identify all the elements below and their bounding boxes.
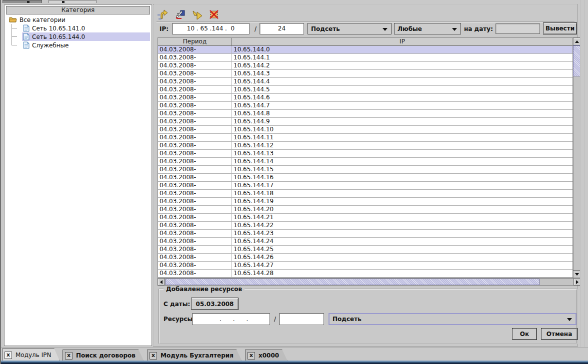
table-row[interactable]: 04.03.2008- 10.65.144.24 [158, 238, 572, 246]
cancel-button[interactable]: Отмена [541, 328, 578, 340]
chevron-down-icon [382, 28, 388, 31]
resource-mask-input[interactable] [279, 313, 324, 325]
cell-ip: 10.65.144.5 [232, 86, 572, 93]
scroll-up-button[interactable] [573, 37, 580, 45]
subnet-type-value: Подсеть [311, 25, 340, 32]
table-row[interactable]: 04.03.2008- 10.65.144.3 [158, 70, 572, 78]
arrow-down-icon [575, 273, 579, 276]
any-filter-select[interactable]: Любые [394, 23, 461, 34]
table-row[interactable]: 04.03.2008- 10.65.144.10 [158, 126, 572, 134]
cell-period: 04.03.2008- [158, 54, 232, 61]
cell-period: 04.03.2008- [158, 174, 232, 181]
table-row[interactable]: 04.03.2008- 10.65.144.9 [158, 118, 572, 126]
chevron-down-icon [452, 28, 457, 31]
module-tab-label: Поиск договоров [76, 352, 136, 359]
show-button[interactable]: Вывести [543, 22, 577, 34]
table-row[interactable]: 04.03.2008- 10.65.144.18 [158, 190, 572, 198]
table-row[interactable]: 04.03.2008- 10.65.144.19 [158, 198, 572, 206]
resource-type-select[interactable]: Подсеть [328, 313, 576, 325]
cell-period: 04.03.2008- [158, 222, 232, 229]
vertical-scrollbar-thumb[interactable] [573, 45, 580, 76]
tree-item[interactable]: Сеть 10.65.141.0 [6, 24, 150, 32]
resources-panel: IP: 10 . 65 .144 . 0 / 24 Подсеть Любые … [153, 4, 578, 347]
close-icon[interactable]: x [150, 352, 157, 360]
column-header-period[interactable]: Период [158, 38, 232, 45]
cell-period: 04.03.2008- [158, 86, 232, 93]
table-row[interactable]: 04.03.2008- 10.65.144.26 [158, 254, 572, 262]
scroll-down-button[interactable] [573, 270, 580, 278]
on-date-input[interactable] [496, 23, 540, 34]
column-header-ip[interactable]: IP [232, 38, 572, 45]
table-row[interactable]: 04.03.2008- 10.65.144.28 [158, 270, 572, 278]
close-icon[interactable]: x [248, 352, 255, 360]
table-row[interactable]: 04.03.2008- 10.65.144.14 [158, 158, 572, 166]
ok-button[interactable]: Ок [512, 328, 537, 340]
cell-ip: 10.65.144.3 [232, 70, 572, 77]
cell-ip: 10.65.144.12 [232, 142, 572, 149]
table-row[interactable]: 04.03.2008- 10.65.144.23 [158, 230, 572, 238]
cell-ip: 10.65.144.28 [232, 270, 572, 277]
table-row[interactable]: 04.03.2008- 10.65.144.1 [158, 54, 572, 62]
table-row[interactable]: 04.03.2008- 10.65.144.5 [158, 86, 572, 94]
module-tab[interactable]: x x0000 [245, 350, 288, 361]
table-row[interactable]: 04.03.2008- 10.65.144.0 [158, 46, 572, 54]
table-row[interactable]: 04.03.2008- 10.65.144.7 [158, 102, 572, 110]
module-tab[interactable]: x Модуль IPN [2, 349, 60, 361]
table-row[interactable]: 04.03.2008- 10.65.144.17 [158, 182, 572, 190]
mask-input[interactable]: 24 [260, 23, 304, 34]
tree-item[interactable]: Сеть 10.65.144.0 [6, 32, 150, 41]
table-row[interactable]: 04.03.2008- 10.65.144.8 [158, 110, 572, 118]
scroll-right-button[interactable] [574, 278, 580, 286]
table-row[interactable]: 04.03.2008- 10.65.144.4 [158, 78, 572, 86]
horizontal-scrollbar[interactable] [158, 278, 580, 286]
top-tab-stub-1[interactable] [2, 0, 42, 3]
table-row[interactable]: 04.03.2008- 10.65.144.27 [158, 262, 572, 270]
curved-arrow-up-icon[interactable] [156, 8, 170, 21]
table-row[interactable]: 04.03.2008- 10.65.144.20 [158, 206, 572, 214]
close-icon[interactable]: x [4, 352, 12, 359]
table-row[interactable]: 04.03.2008- 10.65.144.15 [158, 166, 572, 174]
table-row[interactable]: 04.03.2008- 10.65.144.22 [158, 222, 572, 230]
top-tab-stub-2[interactable] [48, 0, 96, 3]
tree-item-label: Все категории [20, 16, 66, 23]
cell-ip: 10.65.144.2 [232, 62, 572, 69]
tree-item[interactable]: Все категории [6, 15, 150, 24]
table-row[interactable]: 04.03.2008- 10.65.144.21 [158, 214, 572, 222]
resource-ip-input[interactable]: . . . [192, 313, 270, 325]
from-date-button[interactable]: 05.03.2008 [191, 298, 238, 310]
table-row[interactable]: 04.03.2008- 10.65.144.6 [158, 94, 572, 102]
cell-ip: 10.65.144.0 [232, 46, 572, 53]
cell-ip: 10.65.144.8 [232, 110, 572, 117]
module-tab[interactable]: x Поиск договоров [62, 350, 144, 361]
folder-icon [9, 16, 17, 23]
subnet-type-select[interactable]: Подсеть [308, 23, 392, 34]
table-row[interactable]: 04.03.2008- 10.65.144.2 [158, 62, 572, 70]
cell-ip: 10.65.144.14 [232, 158, 572, 165]
table-row[interactable]: 04.03.2008- 10.65.144.11 [158, 134, 572, 142]
close-icon[interactable]: x [65, 352, 72, 360]
cell-ip: 10.65.144.15 [232, 166, 572, 173]
ip-input[interactable]: 10 . 65 .144 . 0 [172, 23, 250, 34]
cell-period: 04.03.2008- [158, 262, 232, 269]
table-row[interactable]: 04.03.2008- 10.65.144.25 [158, 246, 572, 254]
module-tab[interactable]: x Модуль Бухгалтерия [147, 350, 242, 361]
table-row[interactable]: 04.03.2008- 10.65.144.12 [158, 142, 572, 150]
cell-ip: 10.65.144.23 [232, 230, 572, 237]
cell-period: 04.03.2008- [158, 190, 232, 197]
table-row[interactable]: 04.03.2008- 10.65.144.16 [158, 174, 572, 182]
table-body: 04.03.2008- 10.65.144.0 04.03.2008- 10.6… [158, 46, 572, 278]
scroll-left-button[interactable] [158, 278, 164, 286]
cell-period: 04.03.2008- [158, 206, 232, 213]
move-arrow-icon[interactable] [190, 8, 204, 21]
delete-resource-icon[interactable] [208, 8, 220, 21]
tree-item-label: Сеть 10.65.141.0 [32, 25, 85, 32]
edit-resource-icon[interactable] [174, 8, 186, 21]
horizontal-scrollbar-thumb[interactable] [166, 279, 540, 285]
cell-ip: 10.65.144.9 [232, 118, 572, 125]
cell-ip: 10.65.144.17 [232, 182, 572, 189]
table-row[interactable]: 04.03.2008- 10.65.144.13 [158, 150, 572, 158]
cell-period: 04.03.2008- [158, 182, 232, 189]
cell-period: 04.03.2008- [158, 70, 232, 77]
cell-ip: 10.65.144.6 [232, 94, 572, 101]
tree-item[interactable]: Служебные [6, 41, 150, 49]
